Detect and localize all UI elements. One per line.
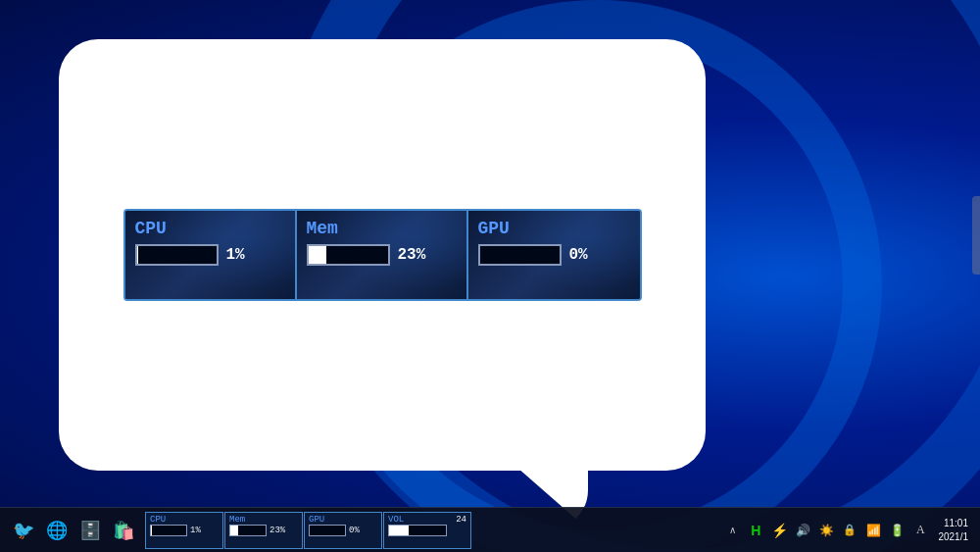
chevron-icon[interactable]: ∧ xyxy=(722,521,742,540)
h-icon[interactable]: H xyxy=(746,521,765,540)
taskbar-gpu-value: 0% xyxy=(349,526,360,535)
taskbar-gpu-label: GPU xyxy=(309,515,377,526)
gpu-bar-row: 0% xyxy=(478,244,630,266)
vol-label: VOL xyxy=(388,515,404,526)
vol-fill xyxy=(389,526,409,535)
mem-panel: Mem 23% xyxy=(297,211,468,299)
taskbar-gpu-widget[interactable]: GPU 0% xyxy=(304,512,382,549)
volume-icon[interactable]: 🔊 xyxy=(793,521,812,540)
cpu-bar-container xyxy=(135,244,219,266)
clock-time: 11:01 xyxy=(938,517,968,530)
taskbar-mem-fill xyxy=(230,526,238,535)
taskbar-cpu-value: 1% xyxy=(190,526,201,535)
taskbar-cpu-bar xyxy=(150,525,187,536)
monitor-widget-large[interactable]: CPU 1% Mem 23% GPU xyxy=(123,209,642,301)
db-icon[interactable]: 🗄️ xyxy=(74,515,106,546)
battery-icon[interactable]: 🔋 xyxy=(887,521,906,540)
right-edge-bar xyxy=(972,196,980,275)
wifi-icon[interactable]: 📶 xyxy=(863,521,883,540)
twitter-icon[interactable]: 🐦 xyxy=(8,515,39,546)
vol-value: 24 xyxy=(456,515,466,525)
gpu-bar-container xyxy=(478,244,562,266)
edge-icon[interactable]: 🌐 xyxy=(41,515,73,546)
taskbar-cpu-bar-row: 1% xyxy=(150,525,219,536)
taskbar-vol-widget[interactable]: VOL 24 xyxy=(383,512,471,549)
mem-value: 23% xyxy=(398,246,426,264)
cpu-bar-row: 1% xyxy=(135,244,285,266)
cpu-value: 1% xyxy=(226,246,245,264)
taskbar-mem-bar xyxy=(229,525,267,536)
taskbar-widgets: CPU 1% Mem 23% G xyxy=(145,512,471,549)
gpu-panel: GPU 0% xyxy=(468,211,640,299)
mem-bar-fill xyxy=(309,246,327,264)
vol-top: VOL 24 xyxy=(388,515,466,526)
taskbar-left: 🐦 🌐 🗄️ 🛍️ CPU 1% Mem xyxy=(0,512,479,549)
taskbar-mem-widget[interactable]: Mem 23% xyxy=(224,512,303,549)
vol-bar-row xyxy=(388,525,466,536)
taskbar-mem-bar-row: 23% xyxy=(229,525,298,536)
taskbar-mem-label: Mem xyxy=(229,515,298,526)
cpu-panel: CPU 1% xyxy=(125,211,297,299)
taskbar-gpu-bar-row: 0% xyxy=(309,525,377,536)
clock-date: 2021/1 xyxy=(938,530,968,544)
taskbar-cpu-widget[interactable]: CPU 1% xyxy=(145,512,223,549)
taskbar-cpu-label: CPU xyxy=(150,515,219,526)
cpu-label: CPU xyxy=(135,219,285,238)
cpu-bar-fill xyxy=(137,246,138,264)
taskbar-mem-value: 23% xyxy=(270,526,285,535)
gpu-label: GPU xyxy=(478,219,630,238)
taskbar-right: ∧ H ⚡ 🔊 ☀️ 🔒 📶 🔋 A 11:01 2021/1 xyxy=(714,517,980,544)
language-icon[interactable]: A xyxy=(910,521,930,540)
mem-bar-row: 23% xyxy=(307,244,457,266)
popup-bubble: CPU 1% Mem 23% GPU xyxy=(59,39,706,471)
gpu-value: 0% xyxy=(569,246,588,264)
taskbar-gpu-bar xyxy=(309,525,346,536)
brightness-icon[interactable]: ☀️ xyxy=(816,521,836,540)
bolt-icon[interactable]: ⚡ xyxy=(769,521,789,540)
taskbar: 🐦 🌐 🗄️ 🛍️ CPU 1% Mem xyxy=(0,507,980,552)
lock-icon[interactable]: 🔒 xyxy=(840,521,859,540)
system-clock: 11:01 2021/1 xyxy=(934,517,972,544)
mem-bar-container xyxy=(307,244,390,266)
vol-bar xyxy=(388,525,447,536)
store-icon[interactable]: 🛍️ xyxy=(108,515,139,546)
mem-label: Mem xyxy=(307,219,457,238)
